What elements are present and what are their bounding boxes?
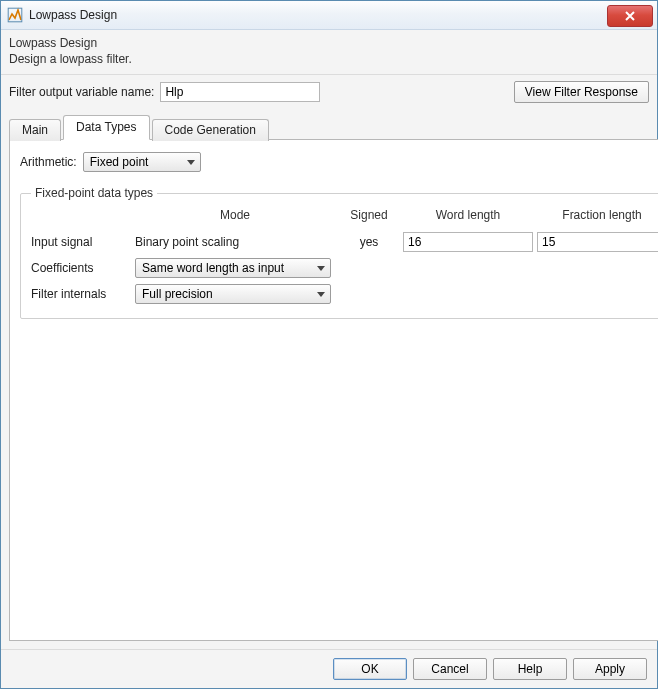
- apply-button[interactable]: Apply: [573, 658, 647, 680]
- col-mode: Mode: [135, 208, 335, 226]
- row-internals-label: Filter internals: [31, 287, 131, 301]
- tabpage-wrap: Arithmetic: Fixed point Fixed-point data…: [1, 140, 657, 649]
- filter-name-label: Filter output variable name:: [9, 85, 154, 99]
- filter-name-row: Filter output variable name: View Filter…: [1, 75, 657, 109]
- header-subtitle: Design a lowpass filter.: [9, 52, 649, 66]
- tab-data-types[interactable]: Data Types: [63, 115, 149, 140]
- fixed-point-group: Fixed-point data types Mode Signed Word …: [20, 186, 658, 319]
- view-filter-response-button[interactable]: View Filter Response: [514, 81, 649, 103]
- tabbar: Main Data Types Code Generation: [9, 115, 649, 140]
- close-icon: [625, 11, 635, 21]
- input-word-length[interactable]: [403, 232, 533, 252]
- row-input-signed: yes: [339, 235, 399, 249]
- fixed-point-grid: Mode Signed Word length Fraction length …: [31, 208, 658, 304]
- filter-name-input[interactable]: [160, 82, 320, 102]
- tabpage-data-types: Arithmetic: Fixed point Fixed-point data…: [9, 139, 658, 641]
- col-word-length: Word length: [403, 208, 533, 226]
- coeff-mode-wrap: Same word length as input: [135, 258, 331, 278]
- row-input-label: Input signal: [31, 235, 131, 249]
- input-fraction-length[interactable]: [537, 232, 658, 252]
- row-input-mode: Binary point scaling: [135, 235, 335, 249]
- help-button[interactable]: Help: [493, 658, 567, 680]
- header-block: Lowpass Design Design a lowpass filter.: [1, 30, 657, 75]
- titlebar: Lowpass Design: [1, 1, 657, 30]
- tab-code-generation[interactable]: Code Generation: [152, 119, 269, 141]
- row-coeff-label: Coefficients: [31, 261, 131, 275]
- arithmetic-select[interactable]: Fixed point: [83, 152, 201, 172]
- coefficients-mode-select[interactable]: Same word length as input: [135, 258, 331, 278]
- window-title: Lowpass Design: [29, 8, 607, 22]
- filter-internals-mode-select[interactable]: Full precision: [135, 284, 331, 304]
- arithmetic-select-wrap: Fixed point: [83, 152, 201, 172]
- fixed-point-legend: Fixed-point data types: [31, 186, 157, 200]
- tabs: Main Data Types Code Generation: [1, 109, 657, 140]
- internals-mode-wrap: Full precision: [135, 284, 331, 304]
- col-signed: Signed: [339, 208, 399, 226]
- close-button[interactable]: [607, 5, 653, 27]
- arithmetic-label: Arithmetic:: [20, 155, 77, 169]
- button-bar: OK Cancel Help Apply: [1, 649, 657, 688]
- header-title: Lowpass Design: [9, 36, 649, 50]
- tab-main[interactable]: Main: [9, 119, 61, 141]
- app-icon: [7, 7, 23, 23]
- col-fraction-length: Fraction length: [537, 208, 658, 226]
- cancel-button[interactable]: Cancel: [413, 658, 487, 680]
- arithmetic-row: Arithmetic: Fixed point: [20, 152, 658, 172]
- ok-button[interactable]: OK: [333, 658, 407, 680]
- dialog-window: Lowpass Design Lowpass Design Design a l…: [0, 0, 658, 689]
